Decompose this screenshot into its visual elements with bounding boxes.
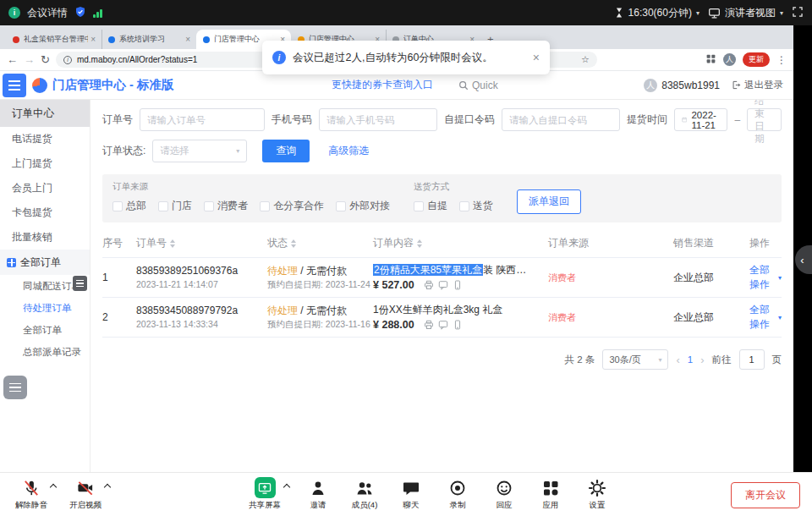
app-title: 门店管理中心 - 标准版 — [52, 77, 173, 93]
start-video-button[interactable]: 开启视频 — [68, 477, 103, 511]
record-button[interactable]: 录制 — [440, 477, 475, 511]
sidebar-item-card-pickup[interactable]: 卡包提货 — [0, 200, 90, 225]
checkbox-consumer[interactable]: 消费者 — [204, 199, 248, 213]
reactions-button[interactable]: 回应 — [486, 477, 522, 511]
toast-close-icon[interactable]: × — [533, 51, 540, 64]
share-screen-icon — [255, 477, 276, 498]
meeting-details-link[interactable]: 会议详情 — [27, 6, 68, 20]
browser-menu-icon[interactable]: ⋮ — [776, 54, 787, 66]
message-icon[interactable] — [438, 280, 448, 290]
checkbox-delivery[interactable]: 送货 — [459, 199, 493, 213]
sort-icon[interactable] — [291, 239, 296, 248]
dispatch-return-button[interactable]: 派单退回 — [517, 189, 581, 214]
bookmark-star-icon[interactable]: ☆ — [581, 54, 590, 65]
leave-meeting-button[interactable]: 离开会议 — [731, 482, 800, 508]
checkbox-self-pickup[interactable]: 自提 — [414, 199, 447, 213]
sidebar-item-all-orders[interactable]: 全部订单 — [0, 319, 90, 341]
search-button[interactable]: 查询 — [262, 140, 310, 162]
all-actions-dropdown[interactable]: 全部操作▾ — [749, 263, 782, 292]
share-options-chevron[interactable] — [283, 484, 290, 491]
toast-message: 会议已超过2人,自动转为60分钟限时会议。 — [293, 51, 493, 65]
security-shield-icon[interactable] — [74, 6, 86, 20]
current-page[interactable]: 1 — [688, 354, 693, 365]
share-screen-button[interactable]: 共享屏幕 — [247, 477, 283, 511]
orders-page: 订单号 手机号码 自提口令码 提货时间 2022-11-21 – — [91, 100, 793, 472]
panel-expand-handle[interactable]: ‹ — [795, 245, 812, 274]
search-icon — [458, 80, 469, 91]
order-no-input[interactable] — [140, 108, 265, 131]
quick-search[interactable]: Quick — [458, 80, 498, 91]
start-date-input[interactable]: 2022-11-21 — [674, 108, 727, 131]
tab-close-icon[interactable]: × — [91, 35, 96, 44]
sidebar-item-phone-pickup[interactable]: 电话提货 — [0, 127, 90, 151]
pickup-code-input[interactable] — [502, 108, 620, 131]
all-actions-dropdown[interactable]: 全部操作▾ — [749, 303, 782, 332]
phone-icon[interactable] — [453, 320, 463, 330]
sidebar-collapse-handle[interactable] — [73, 276, 87, 291]
checkbox-store[interactable]: 门店 — [158, 199, 192, 213]
refresh-icon[interactable]: ↻ — [41, 53, 50, 66]
checkbox-icon — [459, 201, 469, 211]
extensions-icon[interactable] — [705, 53, 716, 67]
members-button[interactable]: 成员(4) — [347, 477, 382, 511]
apps-button[interactable]: 应用 — [533, 477, 568, 511]
browser-update-button[interactable]: 更新 — [743, 52, 770, 67]
url-text: md.maboy.cn/AllOrder?status=1 — [77, 55, 197, 64]
smiley-reaction-icon — [495, 477, 513, 498]
total-count: 共 2 条 — [565, 354, 595, 366]
sort-icon[interactable] — [417, 239, 422, 248]
sidebar-group-all-orders[interactable]: 全部订单 — [0, 250, 90, 275]
chevron-down-icon: ▾ — [778, 314, 782, 321]
logout-button[interactable]: 退出登录 — [732, 79, 783, 91]
video-options-chevron[interactable] — [104, 484, 111, 491]
message-icon[interactable] — [438, 320, 448, 330]
per-page-select[interactable]: 30条/页 ▾ — [602, 349, 668, 370]
checkbox-warehouse-share[interactable]: 仓分享合作 — [260, 199, 324, 213]
sidebar-section-order-center[interactable]: 订单中心 — [0, 100, 90, 127]
browser-tab[interactable]: 礼盒策销平台管理中心 × — [7, 30, 102, 49]
view-mode-selector[interactable]: 演讲者视图 ▾ — [708, 6, 783, 20]
tab-favicon — [108, 36, 115, 43]
phone-input[interactable] — [319, 108, 437, 131]
back-icon[interactable]: ← — [7, 53, 18, 66]
settings-button[interactable]: 设置 — [579, 477, 615, 511]
browser-tab[interactable]: 系统培训学习 × — [102, 30, 196, 49]
chat-button[interactable]: 聊天 — [393, 477, 429, 511]
forward-icon[interactable]: → — [24, 53, 35, 66]
account-menu[interactable]: 人 8385wb1991 — [644, 79, 720, 92]
filter-panel: 订单来源 总部 门店 消费者 仓分享合作 外部对接 送货方式 — [102, 174, 782, 222]
site-info-icon[interactable]: i — [63, 56, 72, 64]
row-index: 1 — [102, 272, 136, 283]
sidebar-item-member-visit[interactable]: 会员上门 — [0, 176, 90, 200]
sidebar-item-door-pickup[interactable]: 上门提货 — [0, 151, 90, 176]
sidebar-item-batch-verify[interactable]: 批量核销 — [0, 225, 90, 250]
calendar-icon — [682, 115, 687, 124]
fullscreen-icon[interactable] — [792, 6, 804, 20]
meeting-timer[interactable]: 16:30(60分钟) ▾ — [614, 6, 700, 20]
checkbox-hq[interactable]: 总部 — [112, 199, 146, 213]
tab-close-icon[interactable]: × — [185, 35, 190, 44]
unmute-button[interactable]: 解除静音 — [14, 477, 49, 511]
print-icon[interactable] — [424, 280, 434, 290]
print-icon[interactable] — [424, 320, 434, 330]
mic-options-chevron[interactable] — [50, 484, 57, 491]
goto-page-input[interactable] — [739, 349, 765, 370]
info-icon: i — [272, 51, 286, 64]
sidebar-toggle-button[interactable] — [3, 74, 26, 97]
logout-icon — [732, 80, 741, 90]
sidebar-item-pending-orders[interactable]: 待处理订单 — [0, 297, 90, 319]
profile-avatar[interactable]: 人 — [723, 53, 736, 66]
checkbox-external[interactable]: 外部对接 — [336, 199, 390, 213]
prev-page-icon[interactable]: ‹ — [676, 354, 679, 366]
sort-icon[interactable] — [170, 239, 175, 248]
coupon-query-link[interactable]: 更快捷的券卡查询入口 — [332, 78, 433, 92]
chevron-down-icon: ▾ — [780, 9, 783, 17]
sidebar-item-hq-dispatch-log[interactable]: 总部派单记录 — [0, 341, 90, 363]
order-status-select[interactable]: 请选择 ▾ — [152, 140, 247, 162]
next-page-icon[interactable]: › — [700, 354, 704, 366]
phone-icon[interactable] — [453, 280, 463, 290]
advanced-filter-link[interactable]: 高级筛选 — [328, 144, 369, 158]
end-date-input[interactable]: 结束日期 — [747, 108, 782, 131]
invite-button[interactable]: 邀请 — [300, 477, 336, 511]
floating-list-button[interactable] — [3, 376, 27, 399]
